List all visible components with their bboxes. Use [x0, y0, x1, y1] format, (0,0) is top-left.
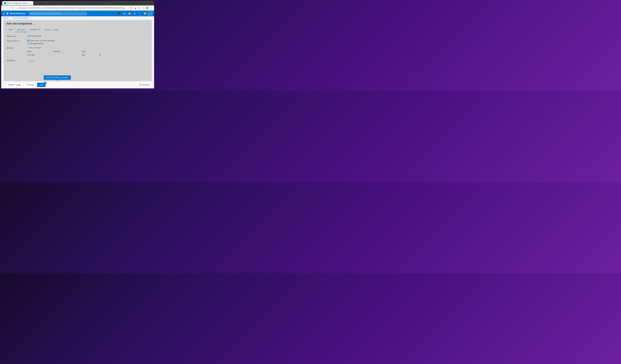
selected-role-label: Selected role: [6, 35, 25, 37]
delete-row-button[interactable]: 🗑: [99, 54, 103, 56]
hamburger-menu[interactable]: ☰: [3, 12, 5, 15]
azure-logo-text: Microsoft Azure: [10, 12, 25, 15]
breadcrumb-sep3: >: [28, 17, 29, 19]
members-label: Members: [6, 47, 25, 49]
description-label: Description: [6, 59, 25, 62]
radio-user-group-circle: [27, 40, 29, 42]
previous-button[interactable]: Previous: [24, 83, 36, 87]
next-badge: 6: [44, 82, 47, 84]
browser-window: A Add role assignment - Micros... × + ← …: [1, 1, 154, 88]
more-icon[interactable]: ⋮: [150, 6, 153, 10]
radio-group: User, group, or service principal Manage…: [27, 40, 54, 45]
col-header-type: Type: [82, 50, 99, 52]
form-content: Selected role C4C Custom Role Assign acc…: [6, 35, 149, 68]
members-table: Name Object ID Type C4C App App 🗑: [27, 50, 113, 57]
row-type: App: [82, 54, 99, 56]
radio-user-group[interactable]: User, group, or service principal: [27, 40, 54, 42]
breadcrumb-middle[interactable]: ...: [10, 17, 11, 19]
cloud-shell-icon[interactable]: ⬛: [117, 11, 121, 16]
tab-role-label: Role: [9, 29, 13, 31]
selected-role-value: C4C Custom Role: [27, 35, 41, 37]
bottom-bar: Review + assign Previous Next 6 Click 'N…: [4, 81, 152, 88]
address-bar[interactable]: 🔒 portal.azure.com/#view/Microsoft_Azure…: [15, 6, 129, 10]
tab-conditions-label: Conditions: [30, 29, 38, 31]
next-button[interactable]: Next 6: [37, 83, 46, 87]
panel-title-text: Add role assignment: [6, 22, 32, 25]
previous-label: Previous: [27, 84, 34, 86]
directory-icon[interactable]: ⊞: [122, 11, 127, 16]
cloud-icon[interactable]: ☁: [134, 6, 137, 10]
add-member-link[interactable]: + Select members: [27, 47, 113, 49]
back-button[interactable]: ←: [2, 6, 6, 10]
azure-logo: Microsoft Azure: [6, 12, 25, 15]
tab-conditions[interactable]: Conditions: [27, 28, 42, 32]
table-row: C4C App App 🗑: [27, 53, 113, 57]
lock-icon: 🔒: [17, 7, 18, 9]
main-panel: Add role assignment ... × Role Members C…: [3, 20, 152, 88]
tab-review-assign-label: Review + assign: [45, 29, 58, 31]
radio-managed-identity-circle: [27, 43, 29, 45]
forward-button[interactable]: →: [7, 6, 10, 10]
tab-favicon: A: [4, 2, 6, 4]
radio-managed-identity-label: Managed identity: [30, 43, 43, 45]
bookmark-icon[interactable]: ★: [138, 6, 141, 10]
form-row-selected-role: Selected role C4C Custom Role: [6, 35, 149, 37]
azure-topnav: ☰ Microsoft Azure ⬛ ⊞ 🔔 ⚙ ? 😊 👤: [1, 11, 154, 16]
row-name: C4C App: [27, 54, 53, 56]
panel-title-ellipsis: ...: [33, 22, 35, 25]
breadcrumb-sep1: >: [8, 17, 9, 19]
panel-close-button[interactable]: ×: [148, 22, 149, 25]
address-url: portal.azure.com/#view/Microsoft_Azure_A…: [19, 7, 127, 9]
settings-icon[interactable]: ⚙: [132, 11, 137, 16]
tooltip-text: Click 'Next' button to continue.: [46, 77, 69, 79]
topnav-icons: ⬛ ⊞ 🔔 ⚙ ? 😊 👤: [117, 11, 152, 16]
user-account[interactable]: 👤: [148, 11, 152, 16]
notifications-icon[interactable]: 🔔: [127, 11, 132, 16]
tab-role[interactable]: Role: [6, 28, 15, 32]
col-header-name: Name: [27, 50, 53, 52]
tab-members[interactable]: Members: [15, 28, 27, 32]
extensions-icon[interactable]: ⊞: [129, 6, 133, 10]
form-row-description: Description: [6, 59, 149, 68]
panel-header: Add role assignment ... ×: [6, 22, 149, 25]
tab-close-btn[interactable]: ×: [30, 2, 32, 4]
refresh-button[interactable]: ↻: [11, 6, 14, 10]
add-member-text: + Select members: [27, 47, 41, 49]
tab-review-assign[interactable]: Review + assign: [42, 28, 61, 32]
description-textarea[interactable]: [27, 59, 99, 68]
next-button-wrapper: Next 6: [37, 83, 46, 87]
new-tab-button[interactable]: +: [34, 1, 37, 5]
panel-tabs: Role Members Conditions Review + assign: [6, 28, 149, 32]
form-row-members: Members + Select members Name Object ID …: [6, 47, 149, 57]
breadcrumb-iam[interactable]: Access control (IAM): [13, 17, 28, 19]
azure-content: Home > ... > Access control (IAM) > Add …: [1, 16, 154, 88]
browser-tabs: A Add role assignment - Micros... × +: [1, 1, 154, 5]
feedback-icon: 💬: [139, 84, 141, 86]
search-input[interactable]: [29, 12, 87, 15]
tab-members-label: Members: [17, 29, 25, 31]
tooltip-bubble: Click 'Next' button to continue.: [44, 75, 71, 80]
breadcrumb-sep2: >: [12, 17, 13, 19]
azure-logo-icon: [6, 12, 9, 15]
browser-toolbar: ← → ↻ 🔒 portal.azure.com/#view/Microsoft…: [1, 5, 154, 11]
profile-icon[interactable]: 👤: [145, 6, 149, 10]
next-label: Next: [39, 84, 43, 86]
radio-user-group-label: User, group, or service principal: [30, 40, 54, 42]
toolbar-icons: ⊞ ☁ ★ ▭ 👤 ⋮: [129, 6, 153, 10]
members-section: + Select members Name Object ID Type C4C…: [27, 47, 113, 57]
table-header: Name Object ID Type: [27, 50, 113, 53]
feedback-nav-icon[interactable]: 😊: [143, 11, 147, 16]
radio-managed-identity[interactable]: Managed identity: [27, 43, 54, 45]
breadcrumb: Home > ... > Access control (IAM) >: [1, 16, 154, 20]
breadcrumb-home[interactable]: Home: [3, 17, 8, 19]
panel-title: Add role assignment ...: [6, 22, 35, 25]
help-icon[interactable]: ?: [138, 11, 142, 16]
feedback-button[interactable]: 💬 Feedback: [139, 84, 149, 86]
assign-access-label: Assign access to: [6, 40, 25, 42]
azure-search[interactable]: [29, 12, 87, 15]
form-row-assign-access: Assign access to User, group, or service…: [6, 40, 149, 45]
sidebar-icon[interactable]: ▭: [141, 6, 145, 10]
active-tab[interactable]: A Add role assignment - Micros... ×: [2, 1, 33, 5]
review-assign-button[interactable]: Review + assign: [6, 83, 23, 87]
feedback-label: Feedback: [142, 84, 149, 86]
